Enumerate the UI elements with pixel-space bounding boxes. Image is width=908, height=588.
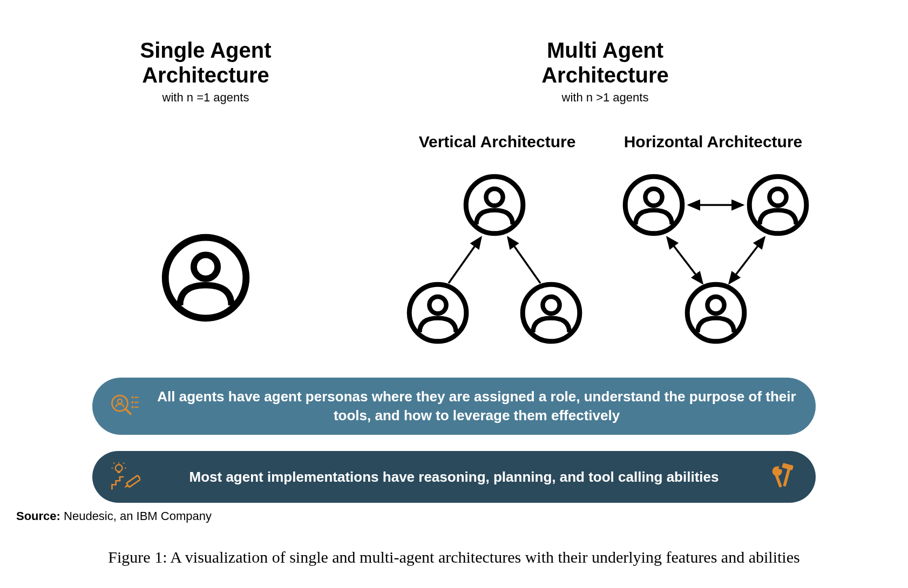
diagram-row: [22, 173, 886, 351]
source-label: Source:: [16, 509, 60, 523]
arrows: [395, 173, 594, 351]
svg-rect-27: [783, 468, 790, 487]
single-agent-subtitle: with n =1 agents: [92, 91, 319, 105]
vertical-architecture-diagram: [395, 173, 594, 351]
single-agent-column: Single Agent Architecture with n =1 agen…: [92, 38, 319, 151]
svg-point-16: [132, 406, 134, 408]
svg-line-5: [508, 237, 540, 283]
tools-icon: [767, 461, 799, 493]
svg-line-4: [449, 237, 481, 283]
figure-container: Single Agent Architecture with n =1 agen…: [0, 0, 908, 588]
title-line: Architecture: [142, 63, 269, 87]
abilities-banner-text: Most agent implementations have reasonin…: [154, 468, 754, 487]
multi-agent-diagram: [395, 173, 816, 351]
title-line: Multi Agent: [547, 38, 663, 62]
multi-agent-column: Multi Agent Architecture with n >1 agent…: [395, 38, 816, 151]
svg-point-10: [118, 399, 122, 404]
source-attribution: Source: Neudesic, an IBM Company: [16, 509, 212, 523]
multi-agent-subtitle: with n >1 agents: [395, 91, 816, 105]
agent-icon: [160, 232, 252, 324]
svg-point-12: [132, 396, 134, 399]
svg-point-14: [132, 401, 134, 404]
svg-point-18: [116, 465, 123, 472]
persona-search-icon: [109, 390, 141, 422]
svg-rect-25: [126, 475, 140, 487]
single-agent-diagram: [92, 173, 319, 351]
titles-row: Single Agent Architecture with n =1 agen…: [22, 38, 886, 151]
horizontal-architecture-diagram: [616, 173, 816, 351]
persona-banner-text: All agents have agent personas where the…: [154, 387, 799, 425]
idea-plan-icon: [109, 461, 141, 493]
svg-line-11: [125, 409, 131, 414]
title-line: Architecture: [541, 63, 669, 87]
title-line: Single Agent: [140, 38, 272, 62]
vertical-architecture-label: Vertical Architecture: [400, 133, 594, 151]
svg-line-8: [729, 237, 764, 283]
svg-line-24: [123, 463, 124, 464]
single-agent-title: Single Agent Architecture: [92, 38, 319, 87]
horizontal-architecture-label: Horizontal Architecture: [616, 133, 810, 151]
abilities-banner: Most agent implementations have reasonin…: [92, 451, 816, 503]
figure-caption: Figure 1: A visualization of single and …: [0, 548, 908, 566]
multi-agent-title: Multi Agent Architecture: [395, 38, 816, 87]
multi-subheaders: Vertical Architecture Horizontal Archite…: [395, 133, 816, 151]
arrows: [616, 173, 816, 351]
svg-line-7: [667, 237, 702, 283]
svg-line-23: [113, 463, 114, 464]
persona-banner: All agents have agent personas where the…: [92, 378, 816, 435]
source-value: Neudesic, an IBM Company: [60, 509, 212, 523]
banners: All agents have agent personas where the…: [92, 378, 816, 503]
